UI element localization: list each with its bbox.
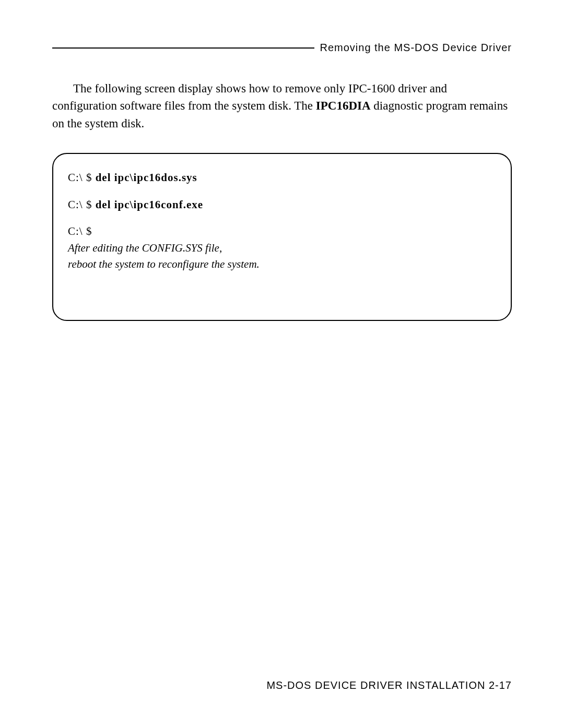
- prompt-3: C:\ $: [68, 225, 92, 237]
- header-title: Removing the MS-DOS Device Driver: [314, 42, 512, 54]
- header-rule: [52, 47, 314, 49]
- terminal-note-1: After editing the CONFIG.SYS file,: [68, 240, 496, 257]
- terminal-line-2: C:\ $ del ipc\ipc16conf.exe: [68, 197, 496, 213]
- terminal-line-3: C:\ $: [68, 223, 496, 240]
- prompt-2: C:\ $: [68, 198, 96, 211]
- terminal-line-1: C:\ $ del ipc\ipc16dos.sys: [68, 170, 496, 186]
- body-paragraph: The following screen display shows how t…: [52, 80, 512, 132]
- header-line: Removing the MS-DOS Device Driver: [52, 42, 512, 54]
- command-1: del ipc\ipc16dos.sys: [96, 171, 197, 184]
- page: Removing the MS-DOS Device Driver The fo…: [0, 0, 564, 728]
- footer-text: MS-DOS DEVICE DRIVER INSTALLATION 2-17: [266, 679, 512, 691]
- paragraph-bold: IPC16DIA: [316, 99, 371, 112]
- command-2: del ipc\ipc16conf.exe: [96, 198, 203, 211]
- prompt-1: C:\ $: [68, 171, 96, 184]
- terminal-box: C:\ $ del ipc\ipc16dos.sys C:\ $ del ipc…: [52, 153, 512, 321]
- terminal-note-2: reboot the system to reconfigure the sys…: [68, 256, 496, 273]
